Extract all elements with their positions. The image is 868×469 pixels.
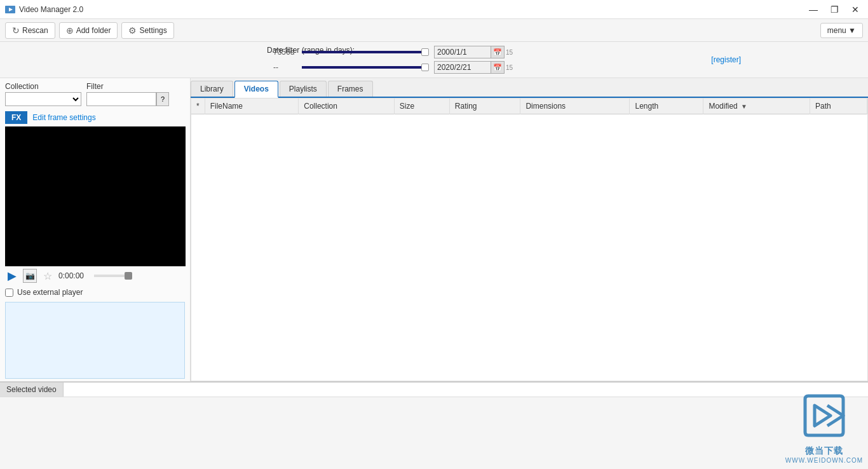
rescan-button[interactable]: ↻ Rescan	[5, 22, 55, 39]
calendar-number-2: 15	[506, 64, 513, 71]
tab-playlists-label: Playlists	[289, 85, 317, 93]
add-folder-button[interactable]: ⊕ Add folder	[59, 22, 118, 39]
volume-thumb[interactable]	[125, 272, 132, 280]
window-controls: — ❐ ✕	[805, 5, 863, 14]
title-bar: Video Manager 2.0 — ❐ ✕	[0, 0, 868, 19]
date-to-value: 2020/2/21	[437, 63, 471, 72]
watermark-logo	[785, 393, 863, 445]
left-panel: Collection Filter ? FX Edit frame settin…	[0, 78, 191, 381]
col-star[interactable]: *	[191, 99, 205, 114]
date-from-calendar-button[interactable]: 📅	[491, 46, 505, 58]
register-link[interactable]: [register]	[711, 55, 741, 64]
col-modified[interactable]: Modified ▼	[703, 99, 810, 114]
video-preview	[5, 126, 186, 266]
volume-slider[interactable]	[94, 275, 185, 277]
sort-indicator: ▼	[741, 103, 747, 110]
collection-filter-row: Collection Filter ?	[0, 78, 190, 109]
date-slider-to[interactable]	[302, 62, 429, 73]
snapshot-icon: 📷	[25, 271, 35, 280]
favorite-button[interactable]: ☆	[41, 269, 55, 283]
selected-video-bar: Selected video	[0, 381, 868, 397]
col-collection[interactable]: Collection	[299, 99, 394, 114]
filter-label: Filter	[86, 82, 169, 91]
star-icon: ☆	[43, 270, 52, 282]
volume-track	[94, 275, 132, 277]
col-dimensions[interactable]: Dimensions	[520, 99, 630, 114]
fx-row: FX Edit frame settings	[0, 109, 190, 126]
table-container[interactable]: * FileName Collection Size Rating Dimens…	[191, 98, 868, 381]
date-slider-from[interactable]	[302, 46, 429, 58]
calendar-number: 15	[506, 49, 513, 56]
filter-section: Filter ?	[86, 82, 169, 106]
col-size[interactable]: Size	[394, 99, 449, 114]
date-slider-thumb-to[interactable]	[421, 64, 429, 71]
play-icon: ▶	[8, 269, 17, 283]
rescan-label: Rescan	[22, 26, 48, 35]
collection-section: Collection	[5, 82, 81, 106]
time-display: 0:00:00	[58, 271, 90, 280]
external-player-label[interactable]: Use external player	[17, 288, 83, 297]
playback-controls: ▶ 📷 ☆ 0:00:00	[0, 266, 190, 285]
fx-button[interactable]: FX	[5, 111, 27, 124]
play-button[interactable]: ▶	[5, 269, 19, 283]
tabs-row: Library Videos Playlists Frames	[191, 78, 868, 98]
watermark-text2: WWW.WEIDOWN.COM	[785, 457, 863, 464]
close-button[interactable]: ✕	[848, 5, 863, 14]
toolbar: ↻ Rescan ⊕ Add folder ⚙ Settings menu ▼	[0, 19, 868, 42]
filter-input[interactable]	[86, 92, 156, 106]
app-title: Video Manager 2.0	[19, 5, 805, 14]
selected-video-content	[64, 382, 868, 397]
calendar-icon: 📅	[493, 48, 502, 57]
app-icon	[5, 4, 15, 15]
tab-frames[interactable]: Frames	[328, 81, 373, 97]
right-panel: Library Videos Playlists Frames * FileNa…	[191, 78, 868, 381]
maximize-button[interactable]: ❐	[827, 5, 843, 14]
settings-icon: ⚙	[128, 25, 137, 36]
date-filter-area: Date filter (range in days): 7356d 2000/…	[0, 42, 868, 78]
tab-videos-label: Videos	[244, 85, 269, 93]
menu-button[interactable]: menu ▼	[820, 23, 863, 38]
date-filter-row2: -- 2020/2/21 📅 15	[273, 61, 862, 74]
date-to-calendar-button[interactable]: 📅	[491, 61, 505, 74]
bottom-area: 微当下载 WWW.WEIDOWN.COM	[0, 397, 868, 469]
col-rating[interactable]: Rating	[449, 99, 520, 114]
minimize-button[interactable]: —	[805, 5, 822, 14]
date-slider-thumb-from[interactable]	[421, 48, 429, 56]
info-box	[5, 302, 185, 379]
main-area: Collection Filter ? FX Edit frame settin…	[0, 78, 868, 381]
col-path[interactable]: Path	[810, 99, 867, 114]
date-filter-row1: 7356d 2000/1/1 📅 15	[273, 46, 862, 58]
col-length[interactable]: Length	[630, 99, 703, 114]
selected-video-label: Selected video	[0, 382, 64, 397]
tab-library-label: Library	[200, 85, 224, 93]
external-player-checkbox[interactable]	[5, 289, 13, 297]
edit-frame-settings-link[interactable]: Edit frame settings	[32, 113, 95, 122]
table-header-row: * FileName Collection Size Rating Dimens…	[191, 99, 867, 114]
tab-library[interactable]: Library	[191, 81, 233, 97]
date-to-input[interactable]: 2020/2/21	[434, 61, 491, 74]
tab-playlists[interactable]: Playlists	[280, 81, 327, 97]
date-dash: --	[273, 63, 302, 72]
calendar-icon-2: 📅	[493, 64, 502, 72]
collection-select[interactable]	[5, 92, 81, 106]
video-table: * FileName Collection Size Rating Dimens…	[191, 99, 867, 114]
snapshot-button[interactable]: 📷	[23, 269, 37, 283]
date-from-input[interactable]: 2000/1/1	[434, 46, 491, 58]
date-slider-fill-from	[302, 51, 429, 53]
rescan-icon: ↻	[12, 25, 20, 36]
add-folder-icon: ⊕	[66, 25, 74, 36]
filter-help-button[interactable]: ?	[156, 92, 169, 106]
settings-label: Settings	[139, 26, 166, 35]
settings-button[interactable]: ⚙ Settings	[121, 22, 173, 39]
external-player-row: Use external player	[0, 285, 190, 299]
col-filename[interactable]: FileName	[205, 99, 299, 114]
tab-videos[interactable]: Videos	[234, 81, 278, 98]
watermark: 微当下载 WWW.WEIDOWN.COM	[785, 393, 863, 464]
tab-frames-label: Frames	[337, 85, 363, 93]
date-slider-fill-to	[302, 66, 429, 69]
add-folder-label: Add folder	[76, 26, 111, 35]
collection-label: Collection	[5, 82, 81, 91]
date-from-value: 2000/1/1	[437, 48, 467, 57]
watermark-text1: 微当下载	[785, 445, 863, 457]
